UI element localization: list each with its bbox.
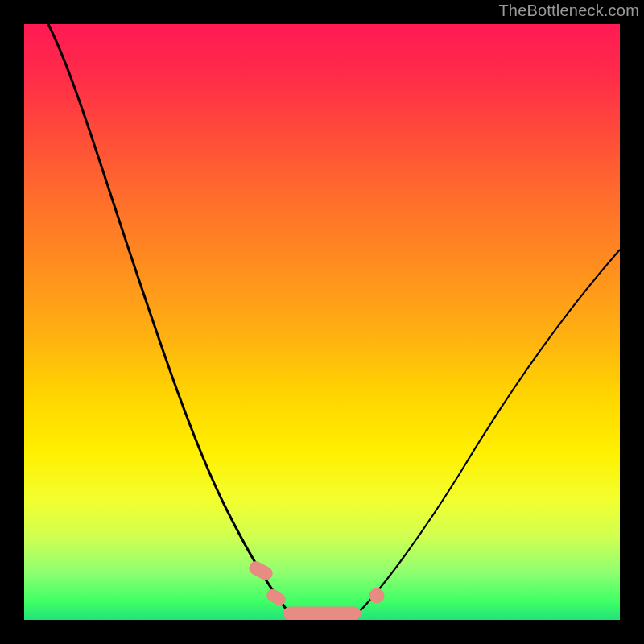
chart-svg	[24, 24, 620, 620]
watermark-text: TheBottleneck.com	[498, 2, 639, 20]
marker-seg-4	[369, 588, 384, 603]
salmon-markers	[247, 559, 384, 620]
plot-area	[24, 24, 620, 620]
left-curve-line	[48, 24, 286, 609]
outer-frame: TheBottleneck.com	[0, 0, 644, 644]
marker-seg-3	[283, 607, 361, 620]
marker-seg-1	[247, 559, 275, 582]
right-curve-line	[361, 250, 620, 610]
